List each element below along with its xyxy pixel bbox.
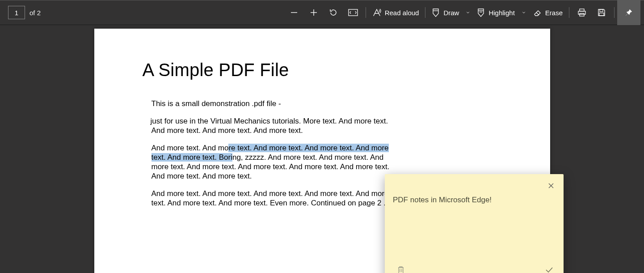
highlight-label: Highlight bbox=[488, 9, 514, 17]
draw-button[interactable]: Draw bbox=[428, 0, 463, 25]
note-text[interactable]: PDF notes in Microsoft Edge! bbox=[385, 174, 564, 261]
eraser-icon bbox=[533, 8, 542, 17]
close-icon bbox=[548, 183, 554, 189]
rotate-icon bbox=[329, 8, 338, 17]
page-number-input[interactable] bbox=[8, 6, 25, 19]
rotate-button[interactable] bbox=[324, 0, 343, 25]
printer-icon bbox=[577, 8, 586, 17]
paragraph: And more text. And more text. And more t… bbox=[152, 189, 393, 208]
fit-icon bbox=[348, 9, 358, 16]
minus-icon bbox=[290, 9, 298, 17]
divider bbox=[614, 7, 615, 18]
highlight-dropdown-button[interactable] bbox=[518, 0, 529, 25]
svg-rect-12 bbox=[599, 13, 604, 16]
pin-icon bbox=[625, 9, 633, 17]
chevron-down-icon bbox=[466, 10, 470, 15]
save-button[interactable] bbox=[592, 0, 611, 25]
trash-icon bbox=[397, 266, 404, 273]
draw-label: Draw bbox=[443, 9, 459, 17]
note-close-button[interactable] bbox=[545, 179, 557, 192]
divider bbox=[425, 7, 425, 18]
page-count-label: of 2 bbox=[29, 9, 41, 17]
erase-button[interactable]: Erase bbox=[529, 0, 566, 25]
document-title: A Simple PDF File bbox=[143, 60, 505, 80]
save-icon bbox=[598, 9, 606, 17]
check-icon bbox=[545, 267, 553, 273]
highlight-button[interactable]: Highlight bbox=[473, 0, 518, 25]
toolbar-center: Read aloud Draw Highlight Erase bbox=[284, 0, 572, 25]
pdf-toolbar: of 2 Read aloud Draw Highlight bbox=[0, 0, 644, 25]
plus-icon bbox=[310, 9, 318, 17]
print-button[interactable] bbox=[572, 0, 592, 25]
pin-toolbar-button[interactable] bbox=[617, 0, 640, 25]
read-aloud-label: Read aloud bbox=[385, 9, 419, 17]
toolbar-right bbox=[572, 0, 640, 25]
draw-dropdown-button[interactable] bbox=[463, 0, 473, 25]
svg-rect-10 bbox=[580, 13, 584, 16]
read-aloud-button[interactable]: Read aloud bbox=[369, 0, 423, 25]
svg-rect-11 bbox=[600, 9, 603, 12]
paragraph: This is a small demonstration .pdf file … bbox=[152, 99, 393, 108]
zoom-in-button[interactable] bbox=[304, 0, 324, 25]
note-delete-button[interactable] bbox=[395, 264, 407, 273]
text-run: And more text. And mo bbox=[152, 144, 229, 152]
note-confirm-button[interactable] bbox=[543, 264, 556, 273]
divider bbox=[366, 7, 366, 18]
note-footer bbox=[385, 261, 564, 273]
divider bbox=[569, 7, 569, 18]
pdf-note-popup[interactable]: PDF notes in Microsoft Edge! bbox=[385, 174, 564, 273]
pen-icon bbox=[432, 8, 440, 17]
pdf-viewport[interactable]: A Simple PDF File This is a small demons… bbox=[0, 25, 644, 273]
svg-line-7 bbox=[536, 13, 539, 15]
zoom-out-button[interactable] bbox=[284, 0, 304, 25]
paragraph: just for use in the Virtual Mechanics tu… bbox=[152, 116, 393, 135]
svg-rect-8 bbox=[580, 9, 584, 11]
chevron-down-icon bbox=[522, 10, 526, 15]
highlighter-icon bbox=[477, 8, 485, 17]
erase-label: Erase bbox=[545, 9, 563, 17]
paragraph: And more text. And more text. And more t… bbox=[152, 143, 393, 181]
read-aloud-icon bbox=[372, 8, 381, 17]
fit-page-button[interactable] bbox=[343, 0, 363, 25]
